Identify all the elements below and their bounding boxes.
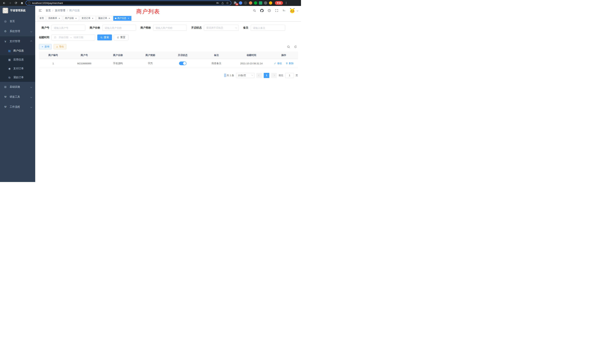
reset-button-label: 重置 [120, 36, 126, 39]
sidebar-item-infrastructure[interactable]: ⊞ 基础设施 [0, 82, 35, 92]
chevron-right-icon [273, 75, 275, 76]
github-icon[interactable] [260, 9, 264, 13]
extension-icon[interactable] [259, 1, 262, 5]
current-page-button[interactable]: 1 [264, 73, 269, 78]
add-button[interactable]: 新增 [39, 44, 52, 49]
pencil-icon [274, 62, 276, 64]
page-size-select[interactable]: 10条/页 [236, 73, 255, 78]
remark-input[interactable] [251, 25, 285, 31]
tab-label: 商户信息 [117, 17, 126, 20]
edit-link-label: 修改 [277, 62, 282, 65]
sidebar-item-label: 支付管理 [10, 40, 20, 43]
breadcrumb-home[interactable]: 首页 [46, 9, 51, 12]
reset-button[interactable]: 重置 [114, 34, 129, 40]
user-avatar[interactable] [290, 8, 295, 13]
close-icon[interactable]: × [58, 17, 61, 20]
password-key-icon[interactable] [216, 1, 219, 5]
toolbox-icon: ⚒ [4, 105, 7, 109]
export-button-label: 导出 [59, 45, 64, 48]
breadcrumb-payment[interactable]: 支付管理 [55, 9, 65, 12]
pagination: 共 1 条 10条/页 1 前往 页 [39, 73, 298, 78]
sidebar-item-label: 研发工具 [10, 95, 20, 99]
short-name-input[interactable] [153, 25, 187, 31]
tab-pay-order[interactable]: 支付订单 × [80, 16, 96, 21]
tab-home[interactable]: 首页 [38, 16, 46, 21]
chevron-down-icon [30, 106, 32, 108]
url-text[interactable]: localhost:1024/pay/merchant [32, 2, 215, 4]
font-size-icon[interactable]: TT [282, 9, 286, 13]
browser-menu-icon[interactable] [284, 1, 288, 5]
full-name-input[interactable] [102, 25, 136, 31]
full-name-label: 商户全称 [90, 26, 102, 30]
search-button[interactable]: 搜索 [97, 34, 112, 40]
forward-icon[interactable] [8, 1, 12, 5]
tab-user-group[interactable]: 用户分组 × [63, 16, 79, 21]
goto-page-input[interactable] [285, 73, 294, 78]
create-time-range-picker[interactable]: 开始日期 - 结束日期 [52, 34, 95, 40]
reload-icon[interactable] [14, 1, 18, 5]
prev-page-button[interactable] [256, 73, 262, 78]
page-unit-label: 页 [296, 74, 298, 77]
cell-short-name: 芋艿 [135, 59, 166, 68]
merchant-no-input[interactable] [52, 25, 85, 31]
help-icon[interactable]: ? [267, 9, 271, 13]
edit-link[interactable]: 修改 [274, 62, 282, 65]
sidebar-toggle-icon[interactable] [38, 9, 42, 13]
sidebar-item-system[interactable]: ⚙ 系统管理 [0, 26, 35, 36]
back-icon[interactable] [2, 1, 6, 5]
export-button[interactable]: 导出 [54, 44, 66, 49]
sidebar-item-dev-tools[interactable]: ⚒ 研发工具 [0, 92, 35, 102]
close-icon[interactable]: × [108, 17, 111, 20]
sidebar-item-merchant-info[interactable]: ▤ 商户信息 [0, 46, 35, 55]
share-icon[interactable] [221, 1, 224, 5]
extension-icon[interactable] [249, 1, 252, 5]
toggle-search-icon[interactable] [287, 45, 290, 49]
extension-icon[interactable] [244, 1, 247, 5]
extension-icon[interactable] [269, 1, 272, 5]
sidebar-item-pay-order[interactable]: ◉ 支付订单 [0, 64, 35, 73]
toolbar-right [287, 45, 298, 49]
extension-icon[interactable] [264, 1, 267, 5]
tab-process-form[interactable]: 流程表单 × [46, 16, 62, 21]
col-create-time: 创建时间 [233, 52, 269, 59]
fullscreen-icon[interactable] [275, 9, 279, 13]
sidebar-item-workflow[interactable]: ⚒ 工作流程 [0, 102, 35, 112]
sidebar-item-refund-order[interactable]: ⧉ 退款订单 [0, 73, 35, 82]
extension-icon[interactable] [239, 1, 242, 5]
refresh-table-icon[interactable] [294, 45, 297, 49]
tab-refund-order[interactable]: 退款订单 × [97, 16, 112, 21]
active-dot [115, 18, 116, 19]
dashboard-icon: ◎ [4, 20, 7, 23]
status-select[interactable]: 请选择开启状态 [204, 25, 239, 31]
close-icon[interactable]: × [91, 17, 94, 20]
status-toggle[interactable] [179, 62, 186, 65]
site-info-icon[interactable]: i [28, 2, 31, 4]
col-full-name: 商户全称 [101, 52, 135, 59]
home-icon[interactable] [20, 1, 24, 5]
sidebar-item-payment[interactable]: ¥ 支付管理 [0, 36, 35, 46]
sidebar-item-home[interactable]: ◎ 首页 [0, 16, 35, 26]
browser-update-button[interactable]: 更新 [275, 1, 283, 5]
next-page-button[interactable] [271, 73, 277, 78]
table-row: 1 M233666999 芋道源码 芋艿 我是备注 2021-10-23 08:… [39, 59, 298, 68]
sidebar-logo[interactable]: 芋道管理系统 [0, 6, 35, 15]
chevron-left-icon [258, 75, 260, 76]
plus-icon [41, 46, 43, 48]
sidebar-item-app-info[interactable]: ▦ 应用信息 [0, 55, 35, 64]
address-bar[interactable]: i localhost:1024/pay/merchant [26, 0, 231, 5]
extension-icon[interactable] [254, 1, 257, 5]
chevron-down-icon [251, 74, 253, 76]
search-button-label: 搜索 [104, 36, 109, 39]
close-icon[interactable]: × [75, 17, 77, 20]
cell-merchant-no: M233666999 [67, 59, 101, 68]
delete-link[interactable]: 删除 [286, 62, 294, 65]
chevron-down-icon[interactable] [297, 10, 298, 11]
close-icon[interactable]: × [127, 17, 130, 20]
extensions-puzzle-icon[interactable]: 10 [234, 1, 237, 5]
search-icon[interactable] [252, 9, 257, 13]
tab-merchant-info[interactable]: 商户信息 × [113, 16, 131, 21]
bookmark-star-icon[interactable] [226, 1, 229, 5]
goto-label: 前往 [279, 74, 283, 77]
sidebar-item-label: 支付订单 [13, 67, 24, 70]
tab-label: 流程表单 [48, 17, 57, 20]
